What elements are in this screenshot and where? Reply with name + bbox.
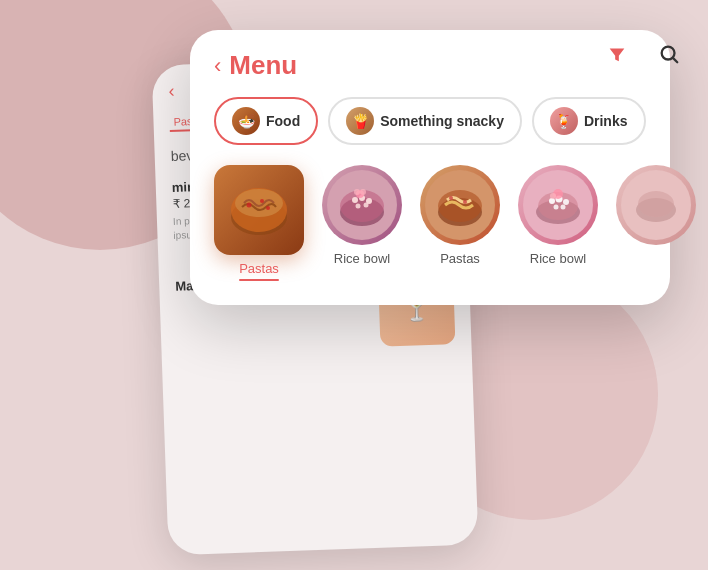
snacky-tab-label: Something snacky [380,113,504,129]
drinks-tab-label: Drinks [584,113,628,129]
svg-point-31 [561,205,566,210]
svg-point-11 [352,197,358,203]
food-item-pastas[interactable]: Pastas [214,165,304,281]
svg-point-5 [247,203,252,208]
pastas2-svg [425,170,495,240]
svg-point-4 [235,189,283,217]
pastas-underline [239,279,279,281]
ricebowl1-svg [327,170,397,240]
category-tab-drinks[interactable]: 🍹 Drinks [532,97,646,145]
drinks-tab-icon: 🍹 [550,107,578,135]
svg-point-18 [360,189,366,195]
food-tab-icon: 🍜 [232,107,260,135]
svg-point-36 [638,191,674,217]
svg-line-1 [673,58,677,62]
ricebowl2-svg [523,170,593,240]
more-item-img [616,165,696,245]
filter-icon[interactable] [598,35,636,73]
food-item-more[interactable] [616,165,696,245]
svg-point-22 [449,196,453,200]
svg-point-7 [266,206,270,210]
svg-point-23 [463,200,467,204]
snacky-tab-icon: 🍟 [346,107,374,135]
food-item-ricebowl1[interactable]: Rice bowl [322,165,402,266]
svg-point-6 [260,199,264,203]
search-icon[interactable] [650,35,688,73]
pastas-svg [224,175,294,245]
filter-svg [606,43,628,65]
pastas2-img [420,165,500,245]
svg-point-14 [356,204,361,209]
menu-back-button[interactable]: ‹ [214,53,221,79]
pastas-label: Pastas [239,261,279,276]
top-icons-container [598,35,688,73]
menu-title: Menu [229,50,297,81]
bg-phone-back-icon: ‹ [168,81,175,102]
svg-point-30 [554,205,559,210]
ricebowl1-img [322,165,402,245]
svg-point-15 [364,203,369,208]
food-item-pastas2[interactable]: Pastas [420,165,500,266]
category-tab-snacky[interactable]: 🍟 Something snacky [328,97,522,145]
pastas2-label: Pastas [440,251,480,266]
category-tab-food[interactable]: 🍜 Food [214,97,318,145]
ricebowl2-label: Rice bowl [530,251,586,266]
food-items-row: Pastas [214,165,646,281]
svg-point-17 [354,189,360,195]
menu-header: ‹ Menu [214,50,646,81]
pastas-img [214,165,304,255]
more-svg [621,170,691,240]
ricebowl2-img [518,165,598,245]
svg-point-27 [549,198,555,204]
category-tabs: 🍜 Food 🍟 Something snacky 🍹 Drinks › [214,97,646,145]
food-item-ricebowl2[interactable]: Rice bowl [518,165,598,266]
search-svg [658,43,680,65]
svg-point-33 [550,193,556,199]
ricebowl1-label: Rice bowl [334,251,390,266]
svg-point-29 [563,199,569,205]
food-tab-label: Food [266,113,300,129]
